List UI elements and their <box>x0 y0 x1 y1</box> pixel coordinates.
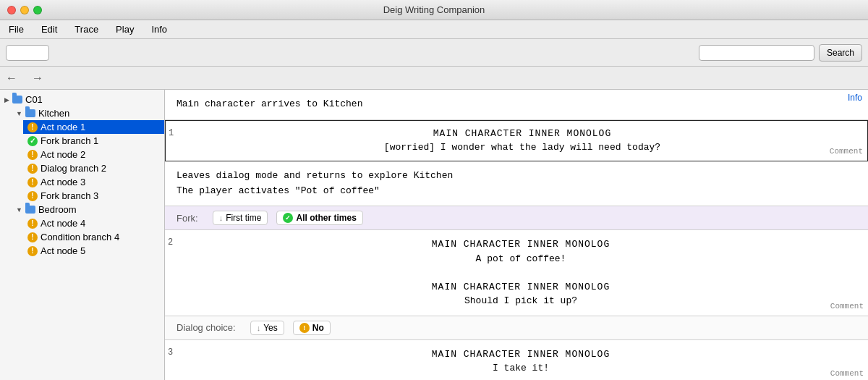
sidebar-item-bedroom[interactable]: ▼ Bedroom <box>12 203 164 216</box>
sidebar-label-act-node-3: Act node 3 <box>41 177 85 187</box>
exclaim-icon-6: ! <box>27 219 38 229</box>
block-3-inner: MAIN CHARACTER INNER MONOLOG I take it! <box>185 347 856 376</box>
menu-trace[interactable]: Trace <box>72 22 101 36</box>
arrow-down-icon-yes: ↓ <box>257 324 261 332</box>
scene-intro-block: Main character arrives to Kitchen <box>165 90 868 120</box>
sidebar-label-act-node-1: Act node 1 <box>41 122 85 132</box>
exclaim-icon-8: ! <box>27 246 38 256</box>
sidebar: ▶ C01 ▼ Kitchen ! Act node 1 ✓ Fork bran… <box>0 90 165 380</box>
fork-option-other-label: All other times <box>296 213 356 223</box>
sidebar-item-fork-branch-3[interactable]: ! Fork branch 3 <box>23 189 164 203</box>
sidebar-item-c01[interactable]: ▶ C01 <box>0 93 164 106</box>
folder-icon-bedroom <box>25 206 35 214</box>
toolbar: Search <box>0 39 868 67</box>
block-2-monolog-text-2: Should I pick it up? <box>185 294 856 308</box>
block-3-monolog-header: MAIN CHARACTER INNER MONOLOG <box>185 347 856 362</box>
block-1-comment[interactable]: Comment <box>830 145 863 158</box>
dialog-option-no[interactable]: ! No <box>293 321 331 335</box>
block-1-monolog-header: MAIN CHARACTER INNER MONOLOG <box>189 127 856 141</box>
block-number-3: 3 <box>168 346 173 359</box>
exclaim-icon-5: ! <box>27 191 38 201</box>
exclaim-icon-2: ! <box>27 150 38 160</box>
forward-arrow[interactable]: → <box>32 72 43 85</box>
content-block-3: 3 MAIN CHARACTER INNER MONOLOG I take it… <box>165 340 868 380</box>
block-2-monolog-header-2: MAIN CHARACTER INNER MONOLOG <box>185 280 856 295</box>
maximize-button[interactable] <box>33 6 42 14</box>
menu-info[interactable]: Info <box>148 22 170 36</box>
sidebar-label-fork-branch-3: Fork branch 3 <box>41 190 98 201</box>
check-icon-1: ✓ <box>27 136 38 146</box>
fork-row: Fork: ↓ First time ✓ All other times <box>165 206 868 230</box>
menu-play[interactable]: Play <box>113 22 137 36</box>
exclaim-icon-1: ! <box>27 122 38 132</box>
block-1-monolog-text: [worried] I wonder what the lady will ne… <box>189 140 856 155</box>
back-arrow[interactable]: ← <box>6 72 17 85</box>
fork-option-first[interactable]: ↓ First time <box>213 211 268 225</box>
block-2-inner: MAIN CHARACTER INNER MONOLOG A pot of co… <box>185 237 856 308</box>
content-area: Info Main character arrives to Kitchen 1… <box>165 90 868 380</box>
block-number-2: 2 <box>168 236 173 249</box>
toolbar-right: Search <box>699 44 862 62</box>
close-button[interactable] <box>7 6 16 14</box>
traffic-lights <box>7 6 42 14</box>
menu-file[interactable]: File <box>6 22 27 36</box>
arrow-down-icon-first: ↓ <box>219 214 224 222</box>
sidebar-item-act-node-2[interactable]: ! Act node 2 <box>23 148 164 161</box>
block-1-inner: MAIN CHARACTER INNER MONOLOG [worried] I… <box>189 127 856 155</box>
fork-option-first-label: First time <box>226 213 261 223</box>
sidebar-item-act-node-5[interactable]: ! Act node 5 <box>23 244 164 258</box>
dialog-option-yes-label: Yes <box>263 323 278 333</box>
block-2-monolog-text-1: A pot of coffee! <box>185 252 856 266</box>
fork-label: Fork: <box>176 213 198 224</box>
scene-intro-text: Main character arrives to Kitchen <box>176 97 856 112</box>
scene-text-2: Leaves dialog mode and returns to explor… <box>176 169 856 199</box>
sidebar-label-fork-branch-1: Fork branch 1 <box>41 135 98 146</box>
block-3-monolog-text: I take it! <box>185 361 856 376</box>
sidebar-item-act-node-1[interactable]: ! Act node 1 <box>23 120 164 134</box>
filter-input[interactable] <box>6 45 49 61</box>
search-input[interactable] <box>699 45 814 61</box>
exclaim-icon-3: ! <box>27 164 38 174</box>
sidebar-label-act-node-4: Act node 4 <box>41 218 85 229</box>
fork-option-other[interactable]: ✓ All other times <box>276 211 362 225</box>
sidebar-label-condition-branch-4: Condition branch 4 <box>41 232 119 242</box>
sidebar-item-fork-branch-1[interactable]: ✓ Fork branch 1 <box>23 134 164 148</box>
nav-arrows: ← → <box>0 67 868 90</box>
dialog-option-no-label: No <box>312 323 324 333</box>
block-2-comment[interactable]: Comment <box>830 300 864 313</box>
content-block-1: 1 MAIN CHARACTER INNER MONOLOG [worried]… <box>165 120 868 161</box>
dialog-option-yes[interactable]: ↓ Yes <box>250 321 284 335</box>
block-3-comment[interactable]: Comment <box>830 368 864 380</box>
sidebar-item-act-node-3[interactable]: ! Act node 3 <box>23 175 164 189</box>
main-layout: ▶ C01 ▼ Kitchen ! Act node 1 ✓ Fork bran… <box>0 90 868 380</box>
sidebar-label-bedroom: Bedroom <box>38 204 77 215</box>
sidebar-item-kitchen[interactable]: ▼ Kitchen <box>12 106 164 120</box>
sidebar-label-act-node-5: Act node 5 <box>41 245 85 256</box>
sidebar-item-condition-branch-4[interactable]: ! Condition branch 4 <box>23 230 164 244</box>
title-bar: Deig Writing Companion <box>0 0 868 20</box>
sidebar-item-dialog-branch-2[interactable]: ! Dialog branch 2 <box>23 161 164 175</box>
block-2-monolog-header-1: MAIN CHARACTER INNER MONOLOG <box>185 237 856 252</box>
menu-edit[interactable]: Edit <box>38 22 60 36</box>
sidebar-item-act-node-4[interactable]: ! Act node 4 <box>23 216 164 230</box>
sidebar-label-act-node-2: Act node 2 <box>41 149 85 160</box>
scene-block-2: Leaves dialog mode and returns to explor… <box>165 161 868 207</box>
triangle-icon: ▶ <box>4 96 9 104</box>
green-check-icon-other: ✓ <box>283 213 293 223</box>
exclaim-icon-4: ! <box>27 177 38 187</box>
orange-exclaim-icon-no: ! <box>299 323 310 333</box>
sidebar-label-c01: C01 <box>25 94 43 105</box>
exclaim-icon-7: ! <box>27 232 38 242</box>
folder-icon-kitchen <box>25 109 35 117</box>
minimize-button[interactable] <box>20 6 29 14</box>
triangle-bedroom-icon: ▼ <box>16 206 22 214</box>
search-button[interactable]: Search <box>819 44 862 62</box>
folder-icon-c01 <box>12 96 22 104</box>
content-block-2: 2 MAIN CHARACTER INNER MONOLOG A pot of … <box>165 230 868 316</box>
menu-bar: File Edit Trace Play Info <box>0 20 868 39</box>
sidebar-label-dialog-branch-2: Dialog branch 2 <box>41 163 106 174</box>
block-number-1: 1 <box>169 127 174 140</box>
triangle-kitchen-icon: ▼ <box>16 110 22 117</box>
sidebar-label-kitchen: Kitchen <box>38 108 69 119</box>
window-title: Deig Writing Companion <box>383 4 485 15</box>
